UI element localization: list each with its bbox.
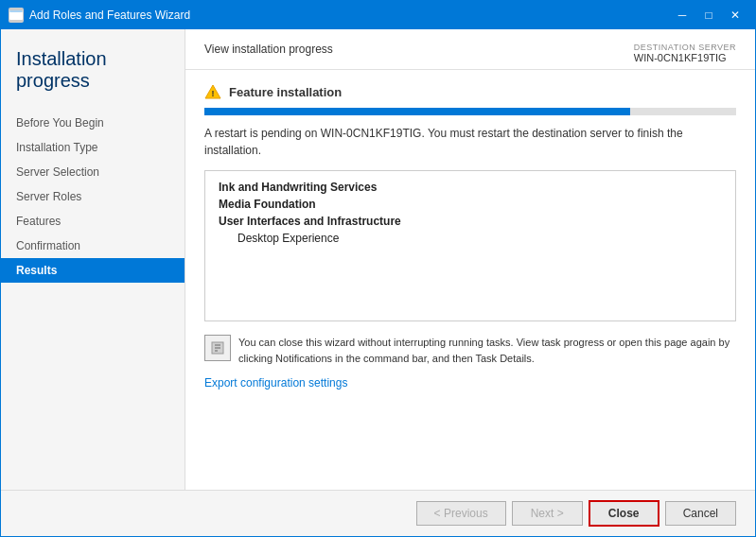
close-button[interactable]: Close: [589, 500, 659, 527]
svg-rect-1: [9, 10, 23, 12]
export-link[interactable]: Export configuration settings: [204, 376, 347, 390]
wizard-window: Add Roles and Features Wizard ─ □ ✕ Inst…: [0, 0, 756, 537]
feature-ui: User Interfaces and Infrastructure: [219, 215, 722, 228]
minimize-button[interactable]: ─: [670, 6, 694, 25]
previous-button[interactable]: < Previous: [416, 501, 506, 526]
window-title: Add Roles and Features Wizard: [29, 9, 190, 22]
section-title: View installation progress: [204, 43, 333, 56]
info-text: You can close this wizard without interr…: [238, 335, 736, 366]
progress-bar-container: [204, 108, 736, 115]
feature-media: Media Foundation: [219, 198, 722, 211]
sidebar-header: Installation progress: [1, 29, 185, 101]
restart-message: A restart is pending on WIN-0CN1KF19TIG.…: [204, 125, 736, 159]
sidebar-item-features[interactable]: Features: [1, 209, 185, 234]
sidebar-item-server-selection[interactable]: Server Selection: [1, 160, 185, 184]
title-bar-left: Add Roles and Features Wizard: [9, 8, 190, 23]
wizard-icon: [9, 8, 24, 23]
title-bar: Add Roles and Features Wizard ─ □ ✕: [1, 1, 755, 29]
features-box: Ink and Handwriting Services Media Found…: [204, 170, 736, 321]
title-bar-controls: ─ □ ✕: [670, 6, 747, 25]
feature-desktop: Desktop Experience: [237, 232, 722, 245]
info-row: You can close this wizard without interr…: [204, 335, 736, 366]
main-header-left: View installation progress: [204, 43, 333, 60]
destination-server-info: DESTINATION SERVER WIN-0CN1KF19TIG: [634, 43, 736, 63]
main-content: View installation progress DESTINATION S…: [185, 29, 755, 490]
sidebar-title: Installation progress: [16, 48, 169, 92]
close-window-button[interactable]: ✕: [723, 6, 747, 25]
sidebar-item-results[interactable]: Results: [1, 258, 185, 283]
sidebar-item-confirmation[interactable]: Confirmation: [1, 234, 185, 258]
sidebar: Installation progress Before You BeginIn…: [1, 29, 185, 490]
destination-label: DESTINATION SERVER: [634, 43, 736, 52]
sidebar-item-server-roles[interactable]: Server Roles: [1, 184, 185, 209]
feature-ink: Ink and Handwriting Services: [219, 181, 722, 194]
content-area: Installation progress Before You BeginIn…: [1, 29, 755, 490]
destination-name: WIN-0CN1KF19TIG: [634, 52, 736, 63]
feature-installation-row: ! Feature installation: [204, 83, 736, 100]
next-button[interactable]: Next >: [512, 501, 583, 526]
warning-icon: !: [204, 83, 221, 100]
feature-installation-label: Feature installation: [229, 85, 342, 99]
sidebar-nav: Before You BeginInstallation TypeServer …: [1, 111, 185, 283]
footer: < Previous Next > Close Cancel: [1, 490, 755, 536]
svg-text:!: !: [212, 89, 215, 98]
progress-bar-fill: [204, 108, 630, 115]
sidebar-item-installation-type[interactable]: Installation Type: [1, 135, 185, 160]
maximize-button[interactable]: □: [696, 6, 721, 25]
main-header: View installation progress DESTINATION S…: [185, 29, 755, 70]
main-body: ! Feature installation A restart is pend…: [185, 70, 755, 490]
info-icon: [204, 335, 231, 361]
sidebar-item-before-you-begin[interactable]: Before You Begin: [1, 111, 185, 135]
cancel-button[interactable]: Cancel: [665, 501, 736, 526]
